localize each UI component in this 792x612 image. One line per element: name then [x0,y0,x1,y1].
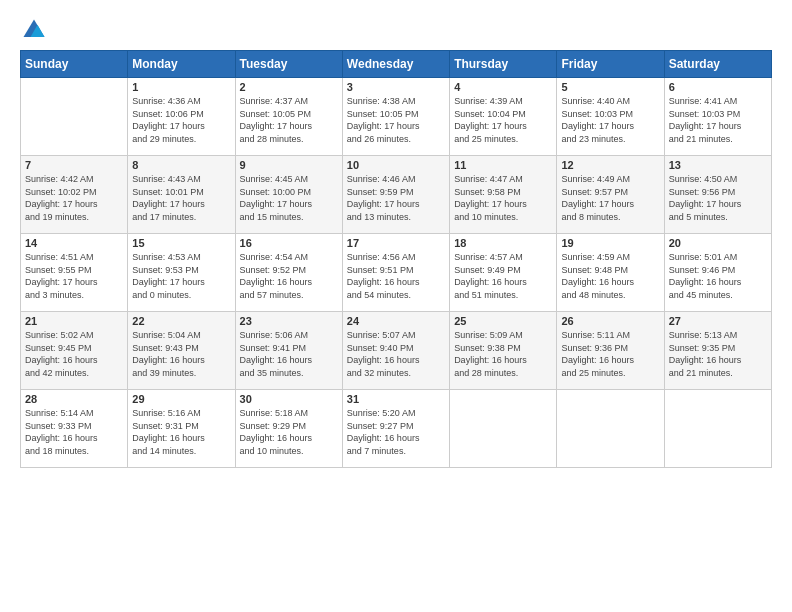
day-info: Sunrise: 4:59 AM Sunset: 9:48 PM Dayligh… [561,251,659,301]
calendar-cell [21,78,128,156]
day-info: Sunrise: 5:20 AM Sunset: 9:27 PM Dayligh… [347,407,445,457]
day-number: 7 [25,159,123,171]
calendar-cell: 11Sunrise: 4:47 AM Sunset: 9:58 PM Dayli… [450,156,557,234]
day-info: Sunrise: 4:47 AM Sunset: 9:58 PM Dayligh… [454,173,552,223]
calendar-cell: 9Sunrise: 4:45 AM Sunset: 10:00 PM Dayli… [235,156,342,234]
calendar-cell: 29Sunrise: 5:16 AM Sunset: 9:31 PM Dayli… [128,390,235,468]
day-info: Sunrise: 4:37 AM Sunset: 10:05 PM Daylig… [240,95,338,145]
calendar-cell: 6Sunrise: 4:41 AM Sunset: 10:03 PM Dayli… [664,78,771,156]
calendar-cell: 19Sunrise: 4:59 AM Sunset: 9:48 PM Dayli… [557,234,664,312]
day-number: 14 [25,237,123,249]
calendar-cell [450,390,557,468]
day-number: 18 [454,237,552,249]
calendar-cell: 7Sunrise: 4:42 AM Sunset: 10:02 PM Dayli… [21,156,128,234]
logo-icon [20,16,48,44]
day-number: 6 [669,81,767,93]
calendar-header-saturday: Saturday [664,51,771,78]
calendar-cell: 21Sunrise: 5:02 AM Sunset: 9:45 PM Dayli… [21,312,128,390]
day-info: Sunrise: 5:14 AM Sunset: 9:33 PM Dayligh… [25,407,123,457]
day-info: Sunrise: 4:42 AM Sunset: 10:02 PM Daylig… [25,173,123,223]
calendar-header-tuesday: Tuesday [235,51,342,78]
calendar-week-2: 7Sunrise: 4:42 AM Sunset: 10:02 PM Dayli… [21,156,772,234]
calendar-cell: 27Sunrise: 5:13 AM Sunset: 9:35 PM Dayli… [664,312,771,390]
page: SundayMondayTuesdayWednesdayThursdayFrid… [0,0,792,478]
day-number: 27 [669,315,767,327]
calendar-cell: 20Sunrise: 5:01 AM Sunset: 9:46 PM Dayli… [664,234,771,312]
logo [20,16,52,44]
calendar-week-3: 14Sunrise: 4:51 AM Sunset: 9:55 PM Dayli… [21,234,772,312]
day-info: Sunrise: 4:36 AM Sunset: 10:06 PM Daylig… [132,95,230,145]
day-number: 4 [454,81,552,93]
day-number: 12 [561,159,659,171]
day-info: Sunrise: 4:53 AM Sunset: 9:53 PM Dayligh… [132,251,230,301]
calendar-cell: 28Sunrise: 5:14 AM Sunset: 9:33 PM Dayli… [21,390,128,468]
calendar-cell [557,390,664,468]
day-info: Sunrise: 4:46 AM Sunset: 9:59 PM Dayligh… [347,173,445,223]
day-number: 3 [347,81,445,93]
day-info: Sunrise: 4:51 AM Sunset: 9:55 PM Dayligh… [25,251,123,301]
calendar-cell: 3Sunrise: 4:38 AM Sunset: 10:05 PM Dayli… [342,78,449,156]
day-info: Sunrise: 4:50 AM Sunset: 9:56 PM Dayligh… [669,173,767,223]
calendar-cell: 16Sunrise: 4:54 AM Sunset: 9:52 PM Dayli… [235,234,342,312]
day-info: Sunrise: 4:40 AM Sunset: 10:03 PM Daylig… [561,95,659,145]
day-info: Sunrise: 4:45 AM Sunset: 10:00 PM Daylig… [240,173,338,223]
calendar-cell: 31Sunrise: 5:20 AM Sunset: 9:27 PM Dayli… [342,390,449,468]
day-info: Sunrise: 5:01 AM Sunset: 9:46 PM Dayligh… [669,251,767,301]
day-number: 24 [347,315,445,327]
day-number: 31 [347,393,445,405]
day-number: 19 [561,237,659,249]
calendar-cell: 5Sunrise: 4:40 AM Sunset: 10:03 PM Dayli… [557,78,664,156]
calendar-header-monday: Monday [128,51,235,78]
day-info: Sunrise: 5:11 AM Sunset: 9:36 PM Dayligh… [561,329,659,379]
day-number: 8 [132,159,230,171]
calendar-cell: 8Sunrise: 4:43 AM Sunset: 10:01 PM Dayli… [128,156,235,234]
day-number: 15 [132,237,230,249]
day-info: Sunrise: 5:04 AM Sunset: 9:43 PM Dayligh… [132,329,230,379]
day-info: Sunrise: 4:57 AM Sunset: 9:49 PM Dayligh… [454,251,552,301]
day-number: 30 [240,393,338,405]
day-info: Sunrise: 4:56 AM Sunset: 9:51 PM Dayligh… [347,251,445,301]
calendar-cell: 30Sunrise: 5:18 AM Sunset: 9:29 PM Dayli… [235,390,342,468]
day-number: 9 [240,159,338,171]
day-info: Sunrise: 4:41 AM Sunset: 10:03 PM Daylig… [669,95,767,145]
calendar-table: SundayMondayTuesdayWednesdayThursdayFrid… [20,50,772,468]
day-number: 23 [240,315,338,327]
day-info: Sunrise: 5:09 AM Sunset: 9:38 PM Dayligh… [454,329,552,379]
day-number: 20 [669,237,767,249]
day-number: 16 [240,237,338,249]
day-number: 26 [561,315,659,327]
day-info: Sunrise: 4:54 AM Sunset: 9:52 PM Dayligh… [240,251,338,301]
day-number: 11 [454,159,552,171]
day-info: Sunrise: 5:06 AM Sunset: 9:41 PM Dayligh… [240,329,338,379]
calendar-cell: 15Sunrise: 4:53 AM Sunset: 9:53 PM Dayli… [128,234,235,312]
calendar-cell: 18Sunrise: 4:57 AM Sunset: 9:49 PM Dayli… [450,234,557,312]
day-info: Sunrise: 5:18 AM Sunset: 9:29 PM Dayligh… [240,407,338,457]
day-info: Sunrise: 4:38 AM Sunset: 10:05 PM Daylig… [347,95,445,145]
calendar-week-5: 28Sunrise: 5:14 AM Sunset: 9:33 PM Dayli… [21,390,772,468]
calendar-cell: 25Sunrise: 5:09 AM Sunset: 9:38 PM Dayli… [450,312,557,390]
day-number: 1 [132,81,230,93]
calendar-week-1: 1Sunrise: 4:36 AM Sunset: 10:06 PM Dayli… [21,78,772,156]
calendar-cell: 13Sunrise: 4:50 AM Sunset: 9:56 PM Dayli… [664,156,771,234]
calendar-header-thursday: Thursday [450,51,557,78]
calendar-header-row: SundayMondayTuesdayWednesdayThursdayFrid… [21,51,772,78]
day-info: Sunrise: 5:02 AM Sunset: 9:45 PM Dayligh… [25,329,123,379]
calendar-cell: 17Sunrise: 4:56 AM Sunset: 9:51 PM Dayli… [342,234,449,312]
day-info: Sunrise: 5:16 AM Sunset: 9:31 PM Dayligh… [132,407,230,457]
day-info: Sunrise: 5:13 AM Sunset: 9:35 PM Dayligh… [669,329,767,379]
day-info: Sunrise: 4:49 AM Sunset: 9:57 PM Dayligh… [561,173,659,223]
calendar-cell: 14Sunrise: 4:51 AM Sunset: 9:55 PM Dayli… [21,234,128,312]
day-number: 2 [240,81,338,93]
day-number: 17 [347,237,445,249]
day-info: Sunrise: 4:39 AM Sunset: 10:04 PM Daylig… [454,95,552,145]
header [20,16,772,44]
calendar-cell [664,390,771,468]
calendar-header-sunday: Sunday [21,51,128,78]
day-number: 21 [25,315,123,327]
day-number: 29 [132,393,230,405]
day-number: 10 [347,159,445,171]
day-info: Sunrise: 5:07 AM Sunset: 9:40 PM Dayligh… [347,329,445,379]
day-number: 22 [132,315,230,327]
day-number: 28 [25,393,123,405]
calendar-header-friday: Friday [557,51,664,78]
